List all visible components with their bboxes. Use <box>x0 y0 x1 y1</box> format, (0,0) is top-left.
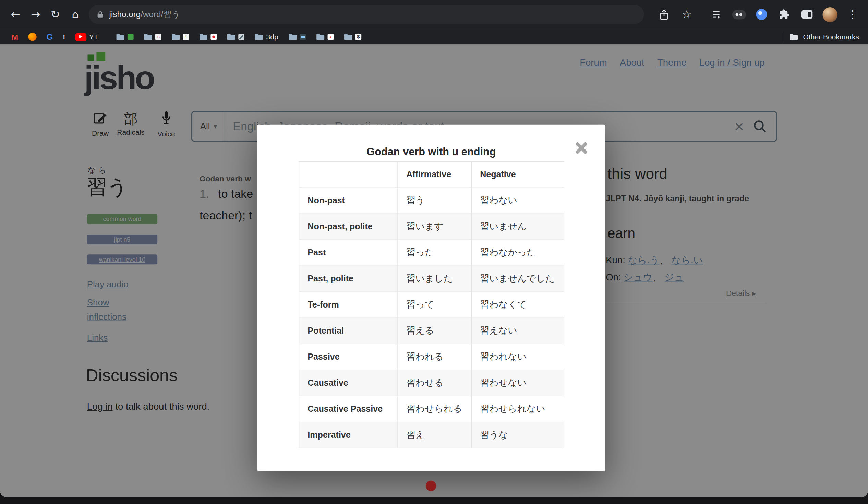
conjugation-row: Past, polite習いました習いませんでした <box>299 266 564 292</box>
bookmarks-divider <box>784 33 784 41</box>
affirmative-cell: 習う <box>398 187 471 214</box>
japan-flag-icon <box>211 34 217 40</box>
bookmark-orange[interactable] <box>23 30 41 43</box>
bookmark-folder-japan[interactable] <box>194 30 222 43</box>
conjugation-row: Potential習える習えない <box>299 318 564 344</box>
folder-icon <box>144 33 153 40</box>
other-bookmarks[interactable]: Other Bookmarks <box>784 33 861 41</box>
bookmark-folder-tools[interactable] <box>222 30 250 43</box>
gmail-icon: M <box>12 33 18 41</box>
conjugation-row: Causative習わせる習わせない <box>299 370 564 396</box>
affirmative-cell: 習って <box>398 292 471 318</box>
url-host: jisho.org <box>109 9 141 19</box>
form-label: Causative Passive <box>299 396 398 422</box>
youtube-play-icon <box>75 33 86 41</box>
conjugation-table: Affirmative Negative Non-past習う習わない Non-… <box>299 162 564 449</box>
toolbar-icons: ☆ <box>654 4 862 24</box>
conjugation-row: Past習った習わなかった <box>299 240 564 266</box>
negative-cell: 習わない <box>471 187 564 214</box>
form-label: Passive <box>299 344 398 370</box>
bookmark-folder-home[interactable]: ⌂ <box>139 30 167 43</box>
monitor-icon <box>300 34 306 40</box>
record-indicator-dot <box>426 481 436 491</box>
plant-icon <box>127 34 134 40</box>
bookmark-3dp-label: 3dp <box>266 33 278 41</box>
bookmark-google[interactable]: G <box>41 30 58 43</box>
bookmark-gmail[interactable]: M <box>7 30 23 43</box>
bookmark-folder-rocket[interactable]: ▲ <box>311 30 339 43</box>
conjugation-row: Non-past習う習わない <box>299 187 564 214</box>
affirmative-cell: 習われる <box>398 344 471 370</box>
bookmark-youtube-label: YT <box>89 33 99 41</box>
home-icon[interactable]: ⌂ <box>65 4 85 24</box>
folder-icon <box>116 33 125 40</box>
bookmark-folder-3dp[interactable]: 3dp <box>250 30 283 43</box>
share-icon[interactable] <box>654 4 674 24</box>
side-panel-icon[interactable] <box>797 4 817 24</box>
dollar-icon: $ <box>355 34 361 40</box>
conjugation-row: Non-past, polite習います習いません <box>299 214 564 240</box>
url-path: /word/習う <box>141 9 180 19</box>
conjugation-col-form <box>299 162 398 187</box>
orange-site-icon <box>28 33 36 41</box>
modal-title: Godan verb with u ending <box>257 146 605 158</box>
conjugation-modal: Godan verb with u ending Affirmative Neg… <box>257 125 605 471</box>
form-label: Causative <box>299 370 398 396</box>
affirmative-cell: 習わせる <box>398 370 471 396</box>
rocket-icon: ▲ <box>328 34 334 40</box>
exclamation-icon: ! <box>183 34 189 40</box>
address-bar[interactable]: jisho.org/word/習う <box>89 5 644 24</box>
bookmark-folder-finance[interactable]: $ <box>339 30 366 43</box>
browser-toolbar: ← → ↻ ⌂ jisho.org/word/習う ☆ <box>0 0 868 29</box>
other-bookmarks-label: Other Bookmarks <box>803 33 859 41</box>
folder-icon <box>789 33 798 40</box>
browser-window: ← → ↻ ⌂ jisho.org/word/習う ☆ <box>0 0 868 497</box>
conjugation-header-row: Affirmative Negative <box>299 162 564 187</box>
url-text: jisho.org/word/習う <box>109 9 180 20</box>
negative-cell: 習いません <box>471 214 564 240</box>
bookmark-youtube[interactable]: YT <box>70 30 103 43</box>
negative-cell: 習われない <box>471 344 564 370</box>
negative-cell: 習いませんでした <box>471 266 564 292</box>
negative-cell: 習わなくて <box>471 292 564 318</box>
form-label: Te-form <box>299 292 398 318</box>
conjugation-row: Te-form習って習わなくて <box>299 292 564 318</box>
affirmative-cell: 習え <box>398 422 471 448</box>
negative-cell: 習わなかった <box>471 240 564 266</box>
blue-extension-icon[interactable] <box>752 4 771 24</box>
forward-icon[interactable]: → <box>25 4 45 24</box>
bookmark-folder-monitor[interactable] <box>283 30 311 43</box>
reading-list-icon[interactable] <box>706 4 726 24</box>
affirmative-cell: 習います <box>398 214 471 240</box>
oo-extension-icon[interactable] <box>729 4 749 24</box>
form-label: Potential <box>299 318 398 344</box>
affirmative-cell: 習いました <box>398 266 471 292</box>
folder-icon <box>316 33 325 40</box>
profile-avatar[interactable] <box>820 4 839 24</box>
exclamation-icon: ! <box>63 33 65 41</box>
modal-close-button[interactable] <box>572 139 590 157</box>
bookmarks-bar: M G ! YT ⌂ ! <box>0 29 868 44</box>
menu-kebab-icon[interactable]: ⋮ <box>843 4 862 24</box>
folder-icon <box>343 33 352 40</box>
conjugation-col-negative: Negative <box>471 162 564 187</box>
google-icon: G <box>46 32 53 41</box>
conjugation-row: Causative Passive習わせられる習わせられない <box>299 396 564 422</box>
bookmark-star-icon[interactable]: ☆ <box>677 4 696 24</box>
bookmark-folder-misc[interactable]: ! <box>167 30 194 43</box>
extensions-puzzle-icon[interactable] <box>774 4 794 24</box>
lock-icon <box>97 11 104 19</box>
affirmative-cell: 習った <box>398 240 471 266</box>
conjugation-row: Passive習われる習われない <box>299 344 564 370</box>
folder-icon <box>288 33 297 40</box>
negative-cell: 習えない <box>471 318 564 344</box>
folder-icon <box>227 33 236 40</box>
conjugation-row: Imperative習え習うな <box>299 422 564 448</box>
tool-icon <box>239 34 245 40</box>
affirmative-cell: 習える <box>398 318 471 344</box>
reload-icon[interactable]: ↻ <box>45 4 65 24</box>
form-label: Non-past <box>299 187 398 214</box>
bookmark-folder-green[interactable] <box>111 30 139 43</box>
bookmark-misc[interactable]: ! <box>58 30 70 43</box>
back-icon[interactable]: ← <box>6 4 25 24</box>
